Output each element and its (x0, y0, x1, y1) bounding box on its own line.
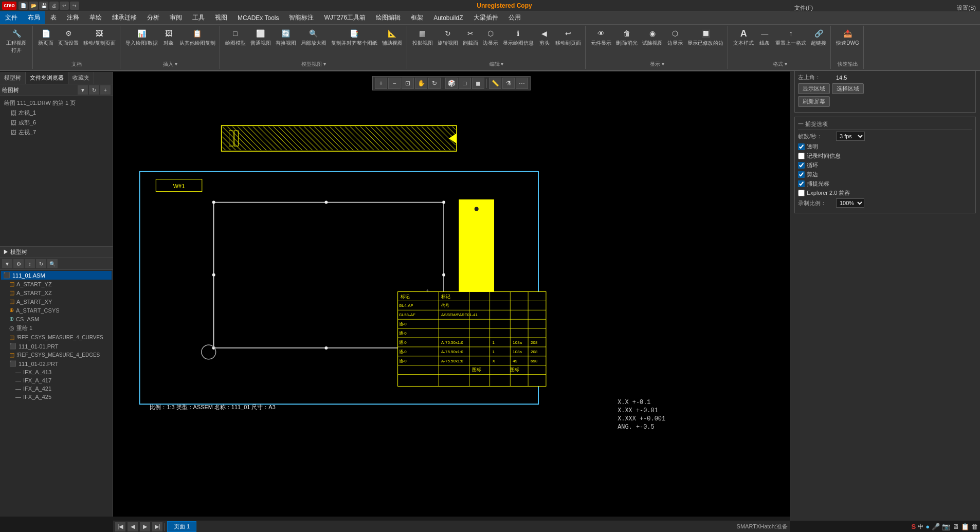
page-prev-btn[interactable]: ◀ (128, 522, 138, 531)
ribbon-btn-normal-view[interactable]: ⬜ 普通视图 (248, 27, 273, 48)
tree-item-111-01-02[interactable]: ⬛ 111_01-02.PRT (7, 359, 112, 368)
menu-autobuild[interactable]: AutobuildZ (428, 11, 468, 24)
menu-file[interactable]: 文件 (0, 11, 23, 24)
ribbon-btn-remove-view[interactable]: 🗑 删面/消光 (614, 27, 640, 48)
menu-tools[interactable]: 工具 (187, 11, 210, 24)
tree-item-a-start-xy[interactable]: ◫ A_START_XY (7, 297, 112, 306)
save-icon[interactable]: 💾 (39, 2, 48, 10)
camera-icon[interactable]: 📷 (942, 523, 950, 530)
menu-review[interactable]: 审阅 (165, 11, 187, 24)
tree-item-ifx-a-413[interactable]: — IFX_A_413 (13, 368, 112, 376)
tree-refresh-btn[interactable]: ↻ (36, 259, 46, 268)
menu-sketch[interactable]: 草绘 (84, 11, 107, 24)
shade-btn[interactable]: ◼ (472, 78, 484, 89)
timestamp-checkbox[interactable] (798, 153, 805, 159)
drawing-tree-settings-btn[interactable]: ▼ (78, 85, 88, 95)
measure-btn[interactable]: 📏 (489, 78, 501, 89)
border-checkbox[interactable] (798, 171, 805, 178)
ribbon-btn-text-style[interactable]: A 文本样式 (731, 27, 756, 48)
tab-favorites[interactable]: 收藏夹 (68, 72, 94, 84)
ribbon-btn-move-page[interactable]: ↩ 移动到页面 (553, 27, 583, 48)
options-btn[interactable]: ⋯ (516, 78, 528, 89)
ribbon-btn-import[interactable]: 📊 导入绘图/数据 (123, 27, 160, 48)
tree-item-a-start-xz[interactable]: ◫ A_START_XZ (7, 288, 112, 297)
menu-layout[interactable]: 布局 (23, 11, 45, 24)
chinese-input-indicator[interactable]: 中 (918, 523, 923, 530)
tree-settings-btn[interactable]: ⚙ (13, 259, 24, 268)
page-last-btn[interactable]: ▶| (152, 522, 162, 531)
zoom-fit-btn[interactable]: ⊡ (402, 78, 414, 89)
menu-common[interactable]: 公用 (503, 11, 526, 24)
menu-frame[interactable]: 框架 (406, 11, 428, 24)
transparent-checkbox[interactable] (798, 143, 805, 150)
cursor-checkbox[interactable] (798, 180, 805, 187)
select-area-button[interactable]: 选择区域 (832, 83, 864, 94)
tree-filter-btn[interactable]: ▼ (2, 259, 12, 268)
tab-model-tree[interactable]: 模型树 (0, 72, 26, 84)
tree-item-a-start-yz[interactable]: ◫ A_START_YZ (7, 280, 112, 288)
redo-icon[interactable]: ↪ (70, 2, 79, 10)
ribbon-btn-comp-display[interactable]: 👁 元件显示 (589, 27, 613, 48)
rotate-view-canvas-btn[interactable]: ↻ (428, 78, 441, 89)
menu-inherit[interactable]: 继承迁移 (107, 11, 142, 24)
drawing-tree-refresh-btn[interactable]: ↻ (89, 85, 99, 95)
menu-table[interactable]: 表 (45, 11, 62, 24)
tree-item-ref-csys-2[interactable]: ◫ !REF_CSYS_MEASURE_4_EDGES (7, 351, 112, 359)
page-1-tab[interactable]: 页面 1 (167, 521, 196, 532)
tab-file-browser[interactable]: 文件夹浏览器 (26, 72, 68, 84)
s-icon[interactable]: S (911, 523, 916, 530)
tree-item-ref-csys-1[interactable]: ◫ !REF_CSYS_MEASURE_4_CURVES (7, 333, 112, 342)
view-item-left1[interactable]: 🖼 左视_1 (8, 108, 111, 118)
loop-checkbox[interactable] (798, 162, 805, 169)
scale-select[interactable]: 100% 75% 50% (836, 198, 864, 208)
ribbon-btn-engineering-view[interactable]: 🔧 工程视图打开 (4, 27, 29, 55)
undo-icon[interactable]: ↩ (60, 2, 69, 10)
drawing-tree-expand-btn[interactable]: + (100, 85, 111, 95)
tree-item-ifx-a-425[interactable]: — IFX_A_425 (13, 393, 112, 401)
pan-btn[interactable]: ✋ (415, 78, 427, 89)
menu-draw-edit[interactable]: 绘图编辑 (371, 11, 406, 24)
filter-btn[interactable]: ⚗ (502, 78, 515, 89)
menu-view[interactable]: 视图 (210, 11, 232, 24)
new-icon[interactable]: 📄 (19, 2, 28, 10)
zoom-out-btn[interactable]: − (388, 78, 401, 89)
wire-btn[interactable]: □ (459, 78, 471, 89)
print-icon[interactable]: 🖨 (49, 2, 59, 10)
ribbon-btn-section[interactable]: ✂ 剖截面 (461, 27, 480, 48)
ribbon-btn-drawing-model[interactable]: □ 绘图模型 (223, 27, 248, 48)
monitor-icon[interactable]: 🖥 (952, 523, 959, 530)
tree-item-111-01-01[interactable]: ⬛ 111_01-01.PRT (7, 342, 112, 351)
clipboard-icon[interactable]: 📋 (961, 523, 969, 530)
refresh-button[interactable]: 刷新屏幕 (798, 96, 830, 107)
ribbon-btn-hyperlink[interactable]: 🔗 超链接 (809, 27, 828, 48)
zoom-in-btn[interactable]: + (375, 78, 387, 89)
ribbon-btn-aux-view[interactable]: 📐 辅助视图 (380, 27, 405, 48)
tree-item-cs-asm[interactable]: ⊕ CS_ASM (7, 315, 112, 323)
canvas-area[interactable]: + − ⊡ ✋ ↻ 🎲 □ ◼ 📏 ⚗ ⋯ (113, 72, 790, 517)
tree-item-overlay-1[interactable]: ◎ 重绘 1 (7, 323, 112, 333)
ribbon-btn-edge-disp2[interactable]: ⬡ 边显示 (665, 27, 685, 48)
ribbon-btn-line-style[interactable]: — 线条 (756, 27, 773, 48)
menu-wjt276[interactable]: WJT276工具箱 (319, 11, 371, 24)
ribbon-btn-object[interactable]: 🖼 对象 (160, 27, 177, 48)
ribbon-btn-new-page[interactable]: 📄 新页面 (36, 27, 56, 48)
ribbon-btn-replace-view[interactable]: 🔄 替换视图 (274, 27, 298, 48)
ribbon-btn-projection[interactable]: ▦ 投影视图 (410, 27, 435, 48)
view-item-chengbu6[interactable]: 🖼 成部_6 (8, 118, 111, 127)
tree-item-111-01-asm[interactable]: ⬛ 111_01.ASM (1, 271, 112, 280)
ribbon-btn-move-copy[interactable]: 🖼 移动/复制页面 (81, 27, 118, 48)
show-area-button[interactable]: 显示区域 (798, 83, 830, 94)
page-next-btn[interactable]: ▶ (140, 522, 150, 531)
view-item-left7[interactable]: 🖼 左视_7 (8, 127, 111, 137)
menu-annotation[interactable]: 注释 (62, 11, 84, 24)
menu-analysis[interactable]: 分析 (142, 11, 165, 24)
ribbon-btn-local-zoom[interactable]: 🔍 局部放大图 (299, 27, 329, 48)
ribbon-btn-reset-format[interactable]: ↑ 重置上一格式 (773, 27, 808, 48)
fps-select[interactable]: 3 fps 5 fps 10 fps (836, 132, 865, 141)
explorer-checkbox[interactable] (798, 190, 805, 196)
tree-item-a-start-csys[interactable]: ⊕ A_START_CSYS (7, 306, 112, 315)
menu-mcadex[interactable]: MCADEx Tools (232, 11, 284, 24)
ribbon-btn-draw-info[interactable]: ℹ 显示绘图信息 (501, 27, 536, 48)
trash-icon[interactable]: 🗑 (971, 523, 978, 530)
tree-expand-btn[interactable]: ↕ (25, 259, 35, 268)
